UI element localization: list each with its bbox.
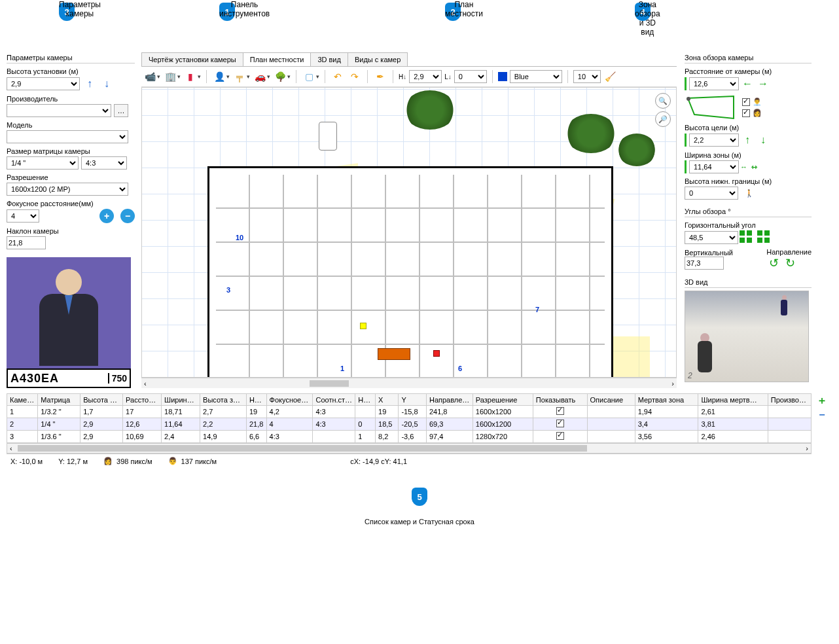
site-plan-canvas[interactable]: 1 2 3 4 5 6 7 9 10 🔍 🔎 xyxy=(141,87,677,378)
rotate-cw-button[interactable] xyxy=(783,256,797,270)
col-header[interactable]: Рассто… xyxy=(123,394,162,406)
man-icon: 👨‍💼 xyxy=(753,98,762,106)
h-select[interactable]: 2,9 xyxy=(409,70,442,83)
target-h-up-button[interactable] xyxy=(740,133,755,147)
annot-5: Список камер и Статусная срока xyxy=(0,518,839,526)
focal-plus-button[interactable]: + xyxy=(99,209,114,223)
person1-icon: 👩 xyxy=(103,457,113,465)
model-select[interactable] xyxy=(7,130,128,143)
col-header[interactable]: Матрица xyxy=(38,394,80,406)
rotate-ccw-button[interactable] xyxy=(766,256,781,270)
sensor-label: Размер матрицы камеры xyxy=(7,147,135,155)
car-icon[interactable]: 🚗 xyxy=(253,69,267,84)
lower-h-select[interactable]: 0 xyxy=(685,187,738,200)
height-select[interactable]: 2,9 xyxy=(7,77,80,90)
target-h-label: Высота цели (м) xyxy=(685,124,812,132)
tab-drawing[interactable]: Чертёж установки камеры xyxy=(141,52,243,66)
redo-icon[interactable]: ↷ xyxy=(348,69,362,84)
col-header[interactable]: Высота з… xyxy=(200,394,247,406)
wall-icon[interactable]: ▮ xyxy=(183,69,198,84)
col-header[interactable]: X xyxy=(376,394,399,406)
manufacturer-label: Производитель xyxy=(7,95,135,103)
car-shape xyxy=(319,122,337,151)
add-camera-button[interactable]: ＋ xyxy=(815,395,829,406)
distance-inc-button[interactable] xyxy=(756,77,770,91)
table-row[interactable]: 21/4 "2,912,611,642,221,844:3018,5-20,56… xyxy=(7,418,812,431)
canvas-scrollbar[interactable]: ‹› xyxy=(141,378,677,388)
tilt-field[interactable] xyxy=(7,236,46,249)
sensor-size-select[interactable]: 1/4 " xyxy=(7,156,79,170)
tree-icon[interactable]: 🌳 xyxy=(273,69,287,84)
col-header[interactable]: Y xyxy=(399,394,427,406)
tilt-label: Наклон камеры xyxy=(7,227,135,235)
hangle-select[interactable]: 48,5 xyxy=(685,231,738,244)
col-header[interactable]: Каме… xyxy=(7,394,38,406)
eraser-icon[interactable]: 🧹 xyxy=(603,69,618,84)
col-header[interactable]: Направле… xyxy=(426,394,473,406)
col-header[interactable]: Мертвая зона xyxy=(635,394,698,406)
tab-cameraviews[interactable]: Виды с камер xyxy=(348,52,408,66)
status-bar: X: -10,0 м Y: 12,7 м 👩398 пикс/м 👨137 пи… xyxy=(7,454,812,468)
manufacturer-select[interactable] xyxy=(7,104,111,117)
show-checkbox[interactable] xyxy=(556,432,564,440)
table-row[interactable]: 31/3.6 "2,910,692,414,96,64:318,2-3,697,… xyxy=(7,431,812,443)
zone-w-narrow-button[interactable]: ↔ xyxy=(740,163,747,171)
zoom-in-button[interactable]: 🔍 xyxy=(655,93,671,109)
view3d-preview[interactable]: 2 xyxy=(685,291,809,382)
col-header[interactable]: Н… xyxy=(355,394,376,406)
col-header[interactable]: Произво… xyxy=(768,394,811,406)
col-header[interactable]: Н… xyxy=(246,394,266,406)
table-scrollbar[interactable]: ‹ › xyxy=(7,443,812,454)
box-icon[interactable]: ▢ xyxy=(302,69,316,84)
manufacturer-browse-button[interactable]: … xyxy=(114,104,128,117)
zone-w-wide-button[interactable]: ⇿ xyxy=(751,163,757,171)
aspect-select[interactable]: 4:3 xyxy=(81,156,127,170)
height-up-icon[interactable] xyxy=(82,77,97,91)
building-icon[interactable]: 🏢 xyxy=(163,69,177,84)
remove-camera-button[interactable]: − xyxy=(815,409,829,421)
undo-icon[interactable]: ↶ xyxy=(330,69,345,84)
distance-label: Расстояние от камеры (м) xyxy=(685,67,812,75)
col-header[interactable]: Разрешение xyxy=(473,394,533,406)
linewidth-select[interactable]: 10 xyxy=(573,70,601,83)
distance-select[interactable]: 12,6 xyxy=(689,77,739,90)
height-down-icon[interactable] xyxy=(99,77,114,91)
brush-icon[interactable]: ✒ xyxy=(373,69,387,84)
camera-icon[interactable]: 📹 xyxy=(143,69,157,84)
show-checkbox[interactable] xyxy=(556,420,564,427)
color-select[interactable]: Blue xyxy=(510,70,562,83)
camera-table[interactable]: Каме…МатрицаВысота …Рассто…Ширин…Высота … xyxy=(7,393,812,443)
col-header[interactable]: Соотн.ст… xyxy=(313,394,355,406)
person-icon[interactable]: 👤 xyxy=(212,69,226,84)
show-man-checkbox[interactable] xyxy=(742,98,750,106)
show-checkbox[interactable] xyxy=(556,407,564,415)
target-h-down-button[interactable] xyxy=(756,133,770,147)
focal-select[interactable]: 4 xyxy=(7,209,39,223)
col-header[interactable]: Описание xyxy=(587,394,635,406)
table-row[interactable]: 11/3.2 "1,71718,712,7194,24:319-15,8241,… xyxy=(7,406,812,418)
col-header[interactable]: Фокусное… xyxy=(266,394,313,406)
zone-w-select[interactable]: 11,64 xyxy=(689,160,739,173)
hangle-expand-button[interactable] xyxy=(740,230,753,244)
resolution-select[interactable]: 1600x1200 (2 MP) xyxy=(7,183,128,196)
focal-minus-button[interactable]: − xyxy=(120,209,135,223)
tab-siteplan[interactable]: План местности xyxy=(243,52,312,66)
col-header[interactable]: Ширина мертв… xyxy=(698,394,768,406)
vangle-field[interactable] xyxy=(685,257,724,270)
col-header[interactable]: Показывать xyxy=(533,394,587,406)
status-x: X: -10,0 м xyxy=(10,457,43,465)
target-h-select[interactable]: 2,2 xyxy=(689,134,739,147)
col-header[interactable]: Высота … xyxy=(80,394,123,406)
col-header[interactable]: Ширин… xyxy=(162,394,200,406)
annot-1: Панель инструментов xyxy=(219,0,270,18)
h-label: H↓ xyxy=(399,73,406,80)
zoom-out-button[interactable]: 🔎 xyxy=(655,111,671,127)
bench-icon[interactable]: ╤ xyxy=(232,69,247,84)
show-woman-checkbox[interactable] xyxy=(742,109,750,117)
zone-title: Зона обзора камеры xyxy=(685,52,812,63)
distance-dec-button[interactable] xyxy=(740,77,755,91)
l-select[interactable]: 0 xyxy=(454,70,487,83)
hangle-contract-button[interactable] xyxy=(757,230,771,244)
person2-icon: 👨 xyxy=(168,457,177,465)
tab-3dview[interactable]: 3D вид xyxy=(310,52,348,66)
